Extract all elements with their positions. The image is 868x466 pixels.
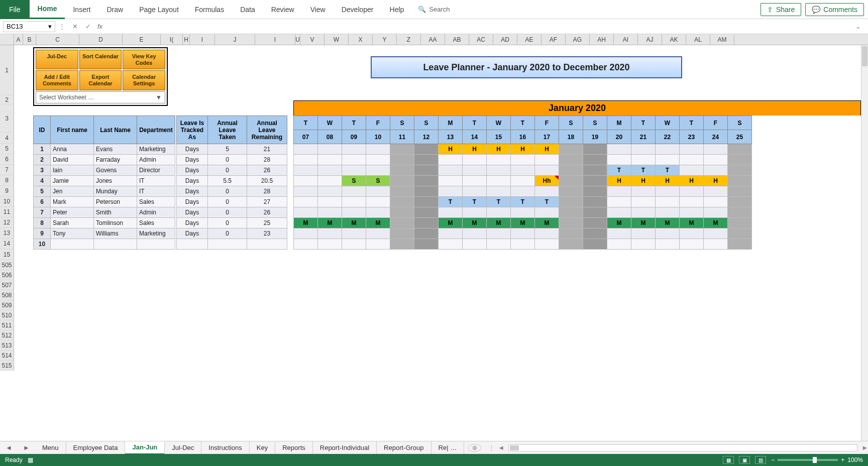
calendar-cell[interactable] [559, 165, 583, 176]
calendar-cell[interactable] [559, 176, 583, 186]
leave-row[interactable]: Days027 [177, 197, 287, 207]
calendar-cell[interactable] [439, 155, 463, 165]
calendar-cell[interactable] [583, 207, 607, 218]
column-header[interactable]: I [190, 34, 215, 45]
calendar-cell[interactable] [535, 207, 559, 218]
calendar-cell[interactable] [366, 239, 390, 250]
calendar-cell[interactable] [439, 239, 463, 250]
calendar-cell[interactable] [559, 197, 583, 207]
calendar-cell[interactable] [342, 207, 366, 218]
row-header[interactable]: 14 [0, 239, 14, 249]
ribbon-tab-developer[interactable]: Developer [334, 0, 382, 19]
calendar-cell[interactable] [414, 165, 439, 176]
calendar-row[interactable]: TTTTT [294, 197, 752, 207]
calendar-cell[interactable] [318, 207, 342, 218]
calendar-cell[interactable] [390, 186, 414, 197]
calendar-cell[interactable] [728, 239, 752, 250]
calendar-cell[interactable]: M [656, 218, 680, 228]
calendar-cell[interactable] [318, 176, 342, 186]
calendar-cell[interactable] [342, 155, 366, 165]
calendar-cell[interactable]: T [463, 197, 487, 207]
calendar-cell[interactable] [294, 155, 318, 165]
calendar-cell[interactable] [535, 228, 559, 239]
calendar-cell[interactable]: T [535, 197, 559, 207]
calendar-cell[interactable] [656, 155, 680, 165]
calendar-cell[interactable]: M [535, 218, 559, 228]
calendar-row[interactable]: HHHHH [294, 144, 752, 155]
calendar-cell[interactable] [680, 155, 704, 165]
row-header[interactable]: 505 [0, 260, 14, 270]
calendar-cell[interactable] [656, 186, 680, 197]
calendar-cell[interactable] [366, 186, 390, 197]
calendar-cell[interactable] [607, 239, 631, 250]
column-header[interactable]: AI [614, 34, 638, 45]
leave-row[interactable]: Days026 [177, 207, 287, 218]
calendar-cell[interactable] [631, 207, 656, 218]
column-header[interactable]: D [79, 34, 123, 45]
row-header[interactable]: 13 [0, 228, 14, 239]
calendar-cell[interactable]: H [463, 144, 487, 155]
calendar-cell[interactable] [631, 155, 656, 165]
calendar-cell[interactable] [583, 197, 607, 207]
calendar-cell[interactable] [366, 155, 390, 165]
calendar-cell[interactable] [704, 155, 728, 165]
calendar-cell[interactable] [414, 144, 439, 155]
calendar-cell[interactable] [318, 197, 342, 207]
ribbon-tab-data[interactable]: Data [232, 0, 263, 19]
name-box[interactable]: BC13 ▾ [3, 21, 55, 32]
calendar-cell[interactable]: T [511, 197, 535, 207]
calendar-cell[interactable]: H [487, 144, 511, 155]
row-header[interactable]: 509 [0, 300, 14, 310]
calendar-cell[interactable]: M [487, 218, 511, 228]
calendar-cell[interactable] [728, 228, 752, 239]
calendar-cell[interactable] [704, 165, 728, 176]
calendar-cell[interactable] [680, 228, 704, 239]
leave-row[interactable]: Days028 [177, 155, 287, 165]
calendar-cell[interactable] [511, 165, 535, 176]
calendar-cell[interactable]: H [680, 176, 704, 186]
calendar-cell[interactable] [487, 186, 511, 197]
calendar-cell[interactable] [366, 144, 390, 155]
row-header[interactable]: 15 [0, 249, 14, 260]
calendar-row[interactable] [294, 155, 752, 165]
calendar-cell[interactable] [487, 176, 511, 186]
calendar-cell[interactable] [511, 155, 535, 165]
calendar-cell[interactable] [366, 165, 390, 176]
calendar-cell[interactable] [487, 239, 511, 250]
calendar-cell[interactable] [439, 165, 463, 176]
calendar-cell[interactable]: M [366, 218, 390, 228]
file-menu[interactable]: File [0, 0, 30, 19]
calendar-cell[interactable] [631, 186, 656, 197]
calendar-cell[interactable] [318, 165, 342, 176]
calendar-cell[interactable] [342, 165, 366, 176]
column-header[interactable]: U [295, 34, 300, 45]
employee-row[interactable]: 2DavidFarradayAdmin [34, 155, 175, 165]
calendar-cell[interactable] [390, 165, 414, 176]
ribbon-tab-home[interactable]: Home [30, 0, 65, 19]
ribbon-tab-review[interactable]: Review [263, 0, 302, 19]
row-header[interactable]: 10 [0, 196, 14, 207]
calendar-cell[interactable] [463, 228, 487, 239]
calendar-cell[interactable]: T [607, 165, 631, 176]
calendar-cell[interactable]: H [656, 176, 680, 186]
sort-calendar-button[interactable]: Sort Calendar [79, 50, 122, 69]
calendar-cell[interactable]: S [342, 176, 366, 186]
calendar-cell[interactable] [607, 207, 631, 218]
calendar-cell[interactable]: T [631, 165, 656, 176]
calendar-cell[interactable]: M [318, 218, 342, 228]
calendar-cell[interactable] [535, 165, 559, 176]
column-header[interactable]: AD [493, 34, 517, 45]
calendar-cell[interactable] [583, 144, 607, 155]
calendar-cell[interactable] [318, 144, 342, 155]
calendar-cell[interactable] [583, 155, 607, 165]
calendar-cell[interactable] [390, 155, 414, 165]
calendar-cell[interactable] [414, 207, 439, 218]
select-worksheet-dropdown[interactable]: Select Worksheet … ▼ [36, 91, 165, 103]
calendar-cell[interactable]: Hh [535, 176, 559, 186]
row-header[interactable]: 2 [0, 95, 14, 104]
employee-row[interactable]: 4JamieJonesIT [34, 176, 175, 186]
calendar-cell[interactable]: H [511, 144, 535, 155]
calendar-cell[interactable] [607, 144, 631, 155]
calendar-cell[interactable] [511, 176, 535, 186]
row-header[interactable]: 514 [0, 351, 14, 361]
